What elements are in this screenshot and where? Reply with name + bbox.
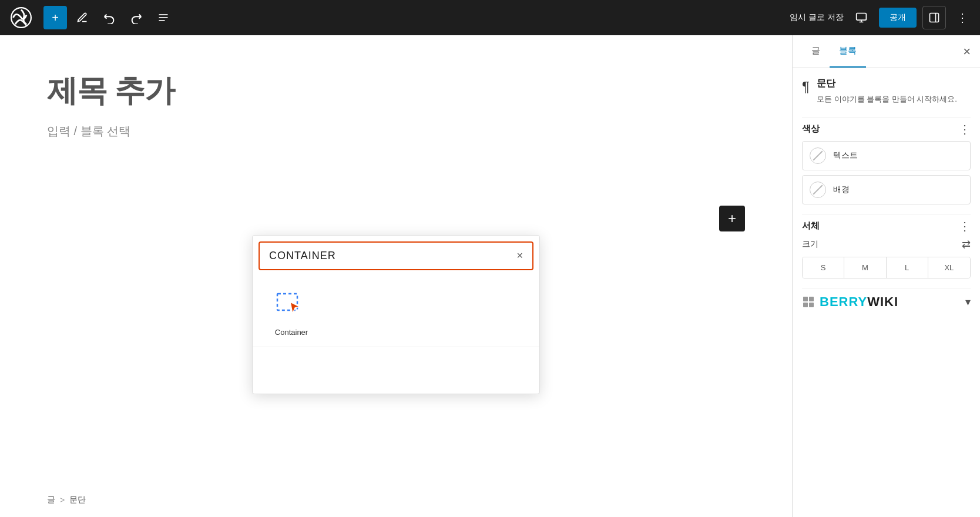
svg-rect-9 bbox=[803, 297, 808, 301]
breadcrumb-paragraph[interactable]: 문단 bbox=[69, 495, 86, 505]
size-label: 크기 bbox=[802, 239, 818, 250]
block-info-title: 문단 bbox=[817, 78, 957, 90]
sidebar-body: ¶ 문단 모든 이야기를 블록을 만들어 시작하세요. 색상 ⋮ 텍스트 bbox=[793, 68, 980, 517]
size-filter-button[interactable]: ⇄ bbox=[962, 238, 971, 251]
text-color-circle bbox=[810, 147, 826, 164]
berrywiki-dark-text: WIKI bbox=[867, 294, 898, 309]
block-search-clear-button[interactable]: × bbox=[516, 250, 523, 262]
size-buttons: S M L XL bbox=[802, 257, 971, 278]
monitor-button[interactable] bbox=[850, 6, 873, 29]
block-info-description: 모든 이야기를 블록을 만들어 시작하세요. bbox=[817, 93, 957, 105]
tab-post[interactable]: 글 bbox=[802, 35, 830, 68]
svg-rect-5 bbox=[930, 14, 939, 22]
breadcrumb: 글 > 문단 bbox=[47, 495, 86, 505]
svg-rect-12 bbox=[809, 303, 814, 307]
color-option-text[interactable]: 텍스트 bbox=[802, 141, 971, 170]
size-row: 크기 ⇄ bbox=[802, 238, 971, 251]
block-search-input[interactable] bbox=[269, 250, 516, 262]
berrywiki-text: BERRYWIKI bbox=[820, 294, 898, 310]
toolbar: + 임시 글로 저장 공개 ⋮ bbox=[0, 0, 980, 35]
size-xl-button[interactable]: XL bbox=[928, 257, 970, 278]
berrywiki-dropdown-button[interactable]: ▾ bbox=[965, 296, 971, 308]
text-color-label: 텍스트 bbox=[833, 150, 858, 161]
post-title[interactable]: 제목 추가 bbox=[47, 70, 745, 112]
bg-color-label: 배경 bbox=[833, 184, 850, 195]
toolbar-right: 임시 글로 저장 공개 ⋮ bbox=[790, 6, 973, 29]
color-section-header: 색상 ⋮ bbox=[802, 117, 971, 141]
redo-button[interactable] bbox=[125, 6, 148, 29]
typography-section-header: 서체 ⋮ bbox=[802, 214, 971, 238]
post-subtitle[interactable]: 입력 / 블록 선택 bbox=[47, 123, 745, 139]
block-info-text: 문단 모든 이야기를 블록을 만들어 시작하세요. bbox=[817, 78, 957, 105]
add-block-toolbar-button[interactable]: + bbox=[43, 6, 67, 29]
berrywiki-logo: BERRYWIKI bbox=[802, 294, 898, 310]
svg-rect-11 bbox=[803, 303, 808, 307]
svg-rect-10 bbox=[809, 297, 814, 301]
breadcrumb-post[interactable]: 글 bbox=[47, 495, 55, 505]
toggle-sidebar-button[interactable] bbox=[922, 6, 946, 29]
save-draft-text: 임시 글로 저장 bbox=[790, 12, 844, 23]
berrywiki-cyan-text: BERRY bbox=[820, 294, 867, 309]
block-info: ¶ 문단 모든 이야기를 블록을 만들어 시작하세요. bbox=[802, 78, 971, 105]
berrywiki-grid-icon bbox=[802, 296, 815, 308]
block-empty-area bbox=[253, 347, 539, 394]
typography-section-more-button[interactable]: ⋮ bbox=[959, 220, 971, 232]
edit-button[interactable] bbox=[71, 6, 94, 29]
undo-button[interactable] bbox=[98, 6, 121, 29]
add-block-button[interactable]: + bbox=[719, 206, 745, 231]
editor-area: 제목 추가 입력 / 블록 선택 + × bbox=[0, 35, 792, 517]
container-block-icon bbox=[273, 286, 310, 323]
main-layout: 제목 추가 입력 / 블록 선택 + × bbox=[0, 35, 980, 517]
publish-button[interactable]: 공개 bbox=[879, 8, 917, 28]
color-option-background[interactable]: 배경 bbox=[802, 175, 971, 204]
sidebar-section-color: 색상 ⋮ 텍스트 배경 bbox=[802, 117, 971, 204]
size-s-button[interactable]: S bbox=[803, 257, 844, 278]
breadcrumb-separator: > bbox=[60, 495, 65, 505]
sidebar-section-typography: 서체 ⋮ 크기 ⇄ S M L XL bbox=[802, 214, 971, 278]
list-view-button[interactable] bbox=[152, 6, 175, 29]
svg-marker-8 bbox=[290, 302, 300, 314]
wp-logo[interactable] bbox=[7, 4, 35, 32]
sidebar-header: 글 블록 × bbox=[793, 35, 980, 68]
block-inserter-popup: × Container bbox=[252, 235, 540, 394]
size-l-button[interactable]: L bbox=[887, 257, 928, 278]
size-m-button[interactable]: M bbox=[844, 257, 886, 278]
tab-block[interactable]: 블록 bbox=[830, 35, 866, 68]
container-block-label: Container bbox=[275, 328, 308, 337]
block-item-container[interactable]: Container bbox=[262, 286, 321, 337]
color-section-more-button[interactable]: ⋮ bbox=[959, 123, 971, 135]
paragraph-icon: ¶ bbox=[802, 79, 810, 95]
berrywiki-banner: BERRYWIKI ▾ bbox=[802, 288, 971, 315]
block-results: Container bbox=[253, 276, 539, 347]
block-search-container: × bbox=[259, 241, 533, 270]
bg-color-circle bbox=[810, 182, 826, 198]
sidebar-close-button[interactable]: × bbox=[963, 44, 971, 59]
svg-rect-4 bbox=[857, 14, 867, 21]
typography-section-title: 서체 bbox=[802, 220, 820, 231]
sidebar: 글 블록 × ¶ 문단 모든 이야기를 블록을 만들어 시작하세요. 색상 ⋮ bbox=[792, 35, 980, 517]
color-section-title: 색상 bbox=[802, 123, 820, 135]
more-options-button[interactable]: ⋮ bbox=[952, 7, 973, 28]
